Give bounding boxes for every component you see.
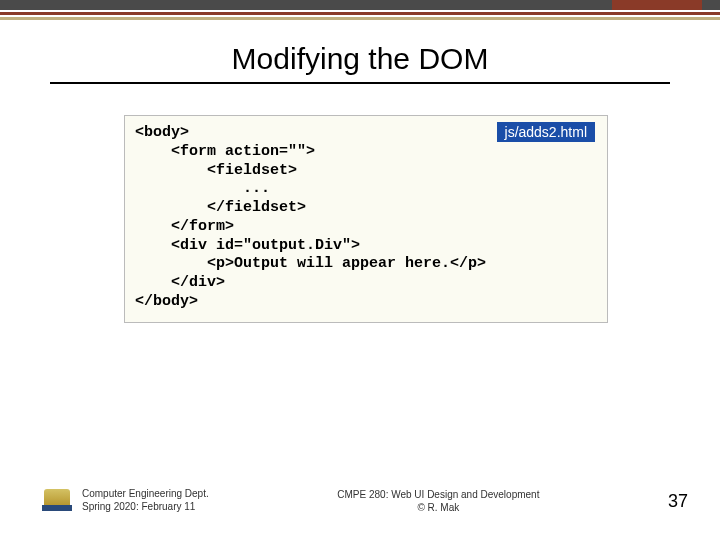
top-decorative-bars [0, 0, 720, 20]
page-number: 37 [668, 491, 688, 514]
sjsu-logo [42, 486, 72, 514]
code-block: js/adds2.html <body> <form action=""> <f… [124, 115, 608, 323]
footer-term: Spring 2020: February 11 [82, 500, 209, 513]
title-underline [50, 82, 670, 84]
footer-left: Computer Engineering Dept. Spring 2020: … [42, 486, 209, 514]
file-label: js/adds2.html [497, 122, 595, 142]
slide-title: Modifying the DOM [0, 42, 720, 76]
footer-dept: Computer Engineering Dept. [82, 487, 209, 500]
footer-author: © R. Mak [209, 501, 668, 514]
slide-footer: Computer Engineering Dept. Spring 2020: … [0, 486, 720, 514]
title-accent-bar [612, 0, 702, 10]
code-content: <body> <form action=""> <fieldset> ... <… [135, 124, 597, 312]
footer-course: CMPE 280: Web UI Design and Development [209, 488, 668, 501]
